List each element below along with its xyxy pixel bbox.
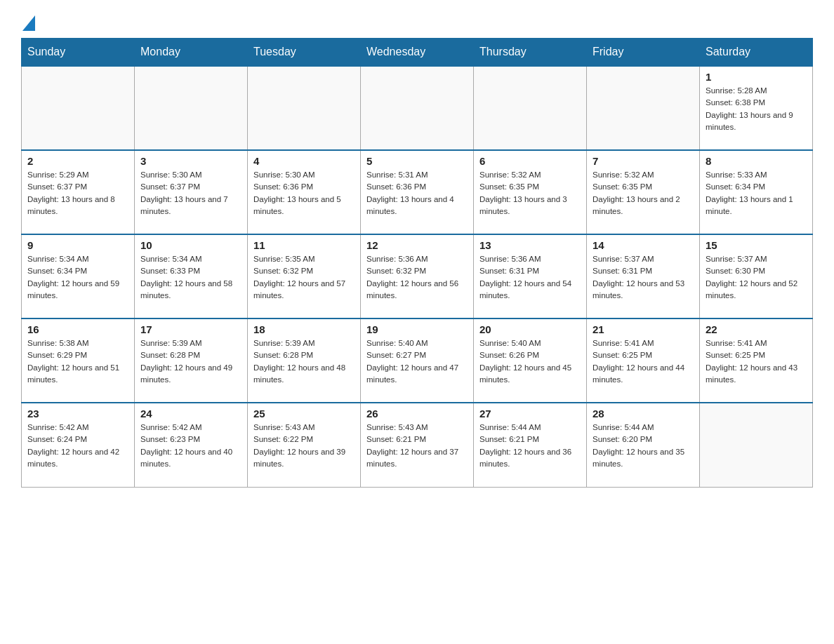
day-number: 9 [27, 239, 128, 251]
calendar-table: SundayMondayTuesdayWednesdayThursdayFrid… [21, 38, 813, 488]
calendar-cell: 14Sunrise: 5:37 AMSunset: 6:31 PMDayligh… [587, 234, 700, 318]
week-row-3: 9Sunrise: 5:34 AMSunset: 6:34 PMDaylight… [22, 234, 813, 318]
day-number: 19 [366, 323, 468, 335]
calendar-cell: 26Sunrise: 5:43 AMSunset: 6:21 PMDayligh… [361, 403, 474, 487]
day-number: 18 [253, 323, 355, 335]
day-number: 26 [366, 408, 468, 420]
calendar-cell: 22Sunrise: 5:41 AMSunset: 6:25 PMDayligh… [700, 318, 813, 403]
day-info: Sunrise: 5:40 AMSunset: 6:26 PMDaylight:… [479, 337, 581, 386]
calendar-cell [248, 66, 361, 150]
day-info: Sunrise: 5:42 AMSunset: 6:23 PMDaylight:… [140, 422, 241, 470]
calendar-cell: 21Sunrise: 5:41 AMSunset: 6:25 PMDayligh… [587, 318, 700, 403]
calendar-cell: 3Sunrise: 5:30 AMSunset: 6:37 PMDaylight… [135, 150, 248, 234]
day-number: 13 [479, 239, 581, 251]
week-row-1: 1Sunrise: 5:28 AMSunset: 6:38 PMDaylight… [22, 66, 813, 150]
day-number: 3 [140, 155, 241, 167]
calendar-cell: 19Sunrise: 5:40 AMSunset: 6:27 PMDayligh… [361, 318, 474, 403]
day-number: 28 [593, 408, 694, 420]
calendar-cell: 18Sunrise: 5:39 AMSunset: 6:28 PMDayligh… [248, 318, 361, 403]
weekday-header-sunday: Sunday [22, 39, 135, 67]
day-info: Sunrise: 5:44 AMSunset: 6:21 PMDaylight:… [479, 422, 581, 470]
day-number: 7 [593, 155, 694, 167]
day-number: 25 [253, 408, 355, 420]
calendar-cell [700, 403, 813, 487]
day-info: Sunrise: 5:28 AMSunset: 6:38 PMDaylight:… [706, 85, 807, 133]
calendar-cell: 10Sunrise: 5:34 AMSunset: 6:33 PMDayligh… [135, 234, 248, 318]
calendar-cell: 12Sunrise: 5:36 AMSunset: 6:32 PMDayligh… [361, 234, 474, 318]
calendar-cell: 9Sunrise: 5:34 AMSunset: 6:34 PMDaylight… [22, 234, 135, 318]
weekday-header-friday: Friday [587, 39, 700, 67]
calendar-cell: 17Sunrise: 5:39 AMSunset: 6:28 PMDayligh… [135, 318, 248, 403]
calendar-cell [135, 66, 248, 150]
calendar-cell: 11Sunrise: 5:35 AMSunset: 6:32 PMDayligh… [248, 234, 361, 318]
day-number: 5 [366, 155, 468, 167]
day-info: Sunrise: 5:43 AMSunset: 6:21 PMDaylight:… [366, 422, 468, 470]
day-info: Sunrise: 5:40 AMSunset: 6:27 PMDaylight:… [366, 337, 468, 386]
day-number: 6 [479, 155, 581, 167]
day-info: Sunrise: 5:31 AMSunset: 6:36 PMDaylight:… [366, 169, 468, 217]
calendar-cell: 25Sunrise: 5:43 AMSunset: 6:22 PMDayligh… [248, 403, 361, 487]
day-info: Sunrise: 5:41 AMSunset: 6:25 PMDaylight:… [593, 337, 694, 386]
calendar-cell: 1Sunrise: 5:28 AMSunset: 6:38 PMDaylight… [700, 66, 813, 150]
weekday-header-saturday: Saturday [700, 39, 813, 67]
day-number: 22 [706, 323, 807, 335]
calendar-cell: 20Sunrise: 5:40 AMSunset: 6:26 PMDayligh… [474, 318, 587, 403]
day-info: Sunrise: 5:41 AMSunset: 6:25 PMDaylight:… [706, 337, 807, 386]
calendar-cell: 4Sunrise: 5:30 AMSunset: 6:36 PMDaylight… [248, 150, 361, 234]
calendar-cell: 28Sunrise: 5:44 AMSunset: 6:20 PMDayligh… [587, 403, 700, 487]
day-info: Sunrise: 5:37 AMSunset: 6:30 PMDaylight:… [706, 253, 807, 302]
day-number: 8 [706, 155, 807, 167]
day-number: 4 [253, 155, 355, 167]
weekday-header-tuesday: Tuesday [248, 39, 361, 67]
day-info: Sunrise: 5:44 AMSunset: 6:20 PMDaylight:… [593, 422, 694, 470]
day-number: 27 [479, 408, 581, 420]
day-info: Sunrise: 5:39 AMSunset: 6:28 PMDaylight:… [140, 337, 241, 386]
logo-triangle-icon [22, 15, 35, 31]
svg-marker-0 [22, 15, 35, 31]
day-number: 12 [366, 239, 468, 251]
weekday-header-thursday: Thursday [474, 39, 587, 67]
day-number: 23 [27, 408, 128, 420]
calendar-cell: 8Sunrise: 5:33 AMSunset: 6:34 PMDaylight… [700, 150, 813, 234]
day-info: Sunrise: 5:33 AMSunset: 6:34 PMDaylight:… [706, 169, 807, 217]
calendar-cell: 5Sunrise: 5:31 AMSunset: 6:36 PMDaylight… [361, 150, 474, 234]
day-number: 24 [140, 408, 241, 420]
weekday-header-wednesday: Wednesday [361, 39, 474, 67]
day-info: Sunrise: 5:30 AMSunset: 6:36 PMDaylight:… [253, 169, 355, 217]
calendar-cell: 6Sunrise: 5:32 AMSunset: 6:35 PMDaylight… [474, 150, 587, 234]
day-info: Sunrise: 5:29 AMSunset: 6:37 PMDaylight:… [27, 169, 128, 217]
day-info: Sunrise: 5:37 AMSunset: 6:31 PMDaylight:… [593, 253, 694, 302]
day-info: Sunrise: 5:35 AMSunset: 6:32 PMDaylight:… [253, 253, 355, 302]
day-info: Sunrise: 5:39 AMSunset: 6:28 PMDaylight:… [253, 337, 355, 386]
day-number: 16 [27, 323, 128, 335]
calendar-cell: 2Sunrise: 5:29 AMSunset: 6:37 PMDaylight… [22, 150, 135, 234]
calendar-cell: 7Sunrise: 5:32 AMSunset: 6:35 PMDaylight… [587, 150, 700, 234]
day-info: Sunrise: 5:42 AMSunset: 6:24 PMDaylight:… [27, 422, 128, 470]
weekday-header-row: SundayMondayTuesdayWednesdayThursdayFrid… [22, 39, 813, 67]
day-info: Sunrise: 5:43 AMSunset: 6:22 PMDaylight:… [253, 422, 355, 470]
weekday-header-monday: Monday [135, 39, 248, 67]
day-number: 20 [479, 323, 581, 335]
calendar-cell: 23Sunrise: 5:42 AMSunset: 6:24 PMDayligh… [22, 403, 135, 487]
calendar-cell: 15Sunrise: 5:37 AMSunset: 6:30 PMDayligh… [700, 234, 813, 318]
day-number: 11 [253, 239, 355, 251]
day-number: 2 [27, 155, 128, 167]
day-info: Sunrise: 5:38 AMSunset: 6:29 PMDaylight:… [27, 337, 128, 386]
page-header [21, 14, 813, 31]
calendar-cell: 24Sunrise: 5:42 AMSunset: 6:23 PMDayligh… [135, 403, 248, 487]
calendar-cell: 13Sunrise: 5:36 AMSunset: 6:31 PMDayligh… [474, 234, 587, 318]
day-info: Sunrise: 5:34 AMSunset: 6:33 PMDaylight:… [140, 253, 241, 302]
day-info: Sunrise: 5:36 AMSunset: 6:31 PMDaylight:… [479, 253, 581, 302]
day-number: 1 [706, 71, 807, 83]
day-info: Sunrise: 5:30 AMSunset: 6:37 PMDaylight:… [140, 169, 241, 217]
day-number: 15 [706, 239, 807, 251]
calendar-cell: 27Sunrise: 5:44 AMSunset: 6:21 PMDayligh… [474, 403, 587, 487]
calendar-cell [22, 66, 135, 150]
calendar-cell [587, 66, 700, 150]
calendar-cell [361, 66, 474, 150]
calendar-cell [474, 66, 587, 150]
day-number: 14 [593, 239, 694, 251]
day-info: Sunrise: 5:34 AMSunset: 6:34 PMDaylight:… [27, 253, 128, 302]
day-info: Sunrise: 5:32 AMSunset: 6:35 PMDaylight:… [593, 169, 694, 217]
day-number: 21 [593, 323, 694, 335]
